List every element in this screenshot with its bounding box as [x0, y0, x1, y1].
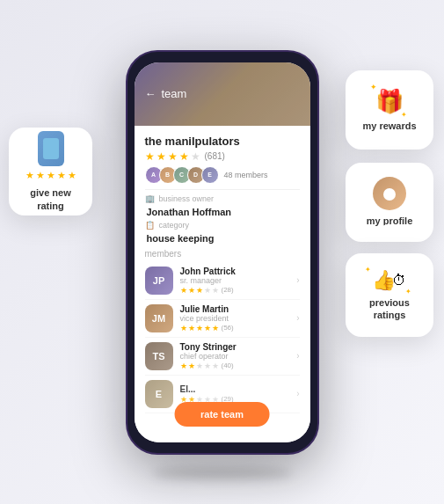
phone-screen: ← team the manilpulators ★ ★ ★ ★ ★ (681)…	[135, 62, 310, 442]
member-avatar-4: E	[145, 380, 173, 408]
category-icon: 📋	[145, 221, 155, 230]
member-name-4: El...	[180, 384, 297, 394]
chevron-icon-2: ›	[296, 313, 299, 323]
ms-1-3: ★	[196, 286, 203, 295]
gift-icon: 🎁	[375, 88, 404, 115]
ms-2-3: ★	[196, 324, 203, 332]
category-label: category	[159, 221, 190, 230]
previous-ratings-card[interactable]: ✦ 👍 ⏱ ✦ previousratings	[346, 253, 433, 337]
members-avatars-row: A B C D E 48 members	[145, 166, 300, 184]
ms-3-4: ★	[204, 362, 211, 370]
card-star-3: ★	[47, 170, 55, 181]
ms-2-5: ★	[212, 324, 219, 332]
member-role-1: sr. manager	[180, 276, 297, 285]
star-4: ★	[179, 150, 189, 163]
member-avatar-1: JP	[145, 267, 173, 295]
member-rating-3: (40)	[222, 362, 234, 369]
phone-shadow	[152, 467, 293, 479]
member-row[interactable]: JM Julie Martin vice president ★ ★ ★ ★ ★…	[145, 300, 300, 338]
member-role-3: chief operator	[180, 352, 297, 361]
rewards-icon: ✦ 🎁 ✦	[375, 88, 404, 115]
screen-title: team	[162, 87, 187, 100]
sparkle-tl: ✦	[370, 83, 377, 91]
ms-1-1: ★	[180, 286, 187, 295]
member-name-1: John Pattrick	[180, 267, 297, 276]
ms-2-4: ★	[204, 324, 211, 332]
avatar-stack: A B C D E	[145, 166, 215, 184]
chevron-icon-1: ›	[296, 275, 299, 285]
sparkle-br: ✦	[401, 111, 407, 119]
card-star-4: ★	[57, 170, 66, 181]
my-rewards-card[interactable]: ✦ 🎁 ✦ my rewards	[346, 70, 433, 150]
card-star-2: ★	[36, 170, 45, 181]
member-name-3: Tony Stringer	[180, 342, 297, 352]
card-rating-stars: ★ ★ ★ ★ ★	[25, 170, 76, 181]
sparkle-icon-1: ✦	[365, 266, 371, 274]
star-3: ★	[168, 150, 178, 163]
rate-team-button[interactable]: rate team	[174, 402, 270, 427]
member-name-2: Julie Martin	[180, 304, 297, 314]
ms-2-1: ★	[180, 324, 187, 332]
ms-1-2: ★	[188, 286, 195, 295]
screen-header: ← team	[135, 62, 310, 126]
chevron-icon-4: ›	[296, 389, 299, 398]
previous-ratings-label: previousratings	[369, 296, 410, 322]
team-name: the manilpulators	[145, 135, 300, 148]
members-section-title: members	[145, 249, 300, 259]
member-row[interactable]: TS Tony Stringer chief operator ★ ★ ★ ★ …	[145, 338, 300, 376]
avatar-5: E	[201, 166, 219, 184]
member-avatar-2: JM	[145, 304, 173, 332]
ms-3-5: ★	[212, 362, 219, 370]
member-info-4: El... ★ ★ ★ ★ ★ (29)	[180, 384, 297, 404]
business-label: business owner	[159, 194, 215, 203]
member-role-2: vice president	[180, 314, 297, 323]
member-row[interactable]: JP John Pattrick sr. manager ★ ★ ★ ★ ★ (…	[145, 262, 300, 300]
member-stars-2: ★ ★ ★ ★ ★ (56)	[180, 324, 297, 332]
ms-2-2: ★	[188, 324, 195, 332]
clock-icon: ⏱	[392, 273, 406, 289]
business-icon: 🏢	[145, 194, 155, 203]
profile-avatar-icon	[373, 177, 406, 210]
member-stars-3: ★ ★ ★ ★ ★ (40)	[180, 362, 297, 370]
category-value: house keeping	[147, 233, 300, 244]
business-owner-value: Jonathan Hoffman	[147, 207, 300, 217]
ms-1-4: ★	[204, 286, 211, 295]
member-rating-2: (56)	[222, 324, 234, 332]
ms-3-2: ★	[188, 362, 195, 370]
member-avatar-3: TS	[145, 342, 173, 370]
sparkle-icon-2: ✦	[405, 288, 411, 296]
star-5: ★	[191, 150, 200, 163]
category-row: 📋 category	[145, 221, 300, 230]
team-rating-count: (681)	[205, 151, 225, 161]
give-new-rating-card[interactable]: ★ ★ ★ ★ ★ give newrating	[9, 128, 92, 215]
member-rating-1: (28)	[222, 286, 234, 294]
rate-button-container: rate team	[174, 402, 270, 427]
star-2: ★	[156, 150, 166, 163]
divider-1	[145, 189, 300, 190]
my-rewards-label: my rewards	[362, 120, 416, 132]
business-owner-row: 🏢 business owner	[145, 194, 300, 203]
member-stars-1: ★ ★ ★ ★ ★ (28)	[180, 286, 297, 295]
back-button[interactable]: ←	[145, 87, 156, 100]
members-count: 48 members	[224, 171, 268, 179]
previous-ratings-icon: ✦ 👍 ⏱ ✦	[372, 269, 406, 292]
star-1: ★	[145, 150, 155, 163]
card-star-1: ★	[25, 170, 34, 181]
team-rating-row: ★ ★ ★ ★ ★ (681)	[145, 150, 300, 163]
ms-3-1: ★	[180, 362, 187, 370]
member-info-3: Tony Stringer chief operator ★ ★ ★ ★ ★ (…	[180, 342, 297, 370]
member-info-2: Julie Martin vice president ★ ★ ★ ★ ★ (5…	[180, 304, 297, 332]
give-new-rating-label: give newrating	[30, 186, 70, 212]
screen-content: the manilpulators ★ ★ ★ ★ ★ (681) A B C …	[135, 126, 310, 442]
member-info-1: John Pattrick sr. manager ★ ★ ★ ★ ★ (28)	[180, 267, 297, 295]
chevron-icon-3: ›	[296, 351, 299, 361]
phone-frame: ← team the manilpulators ★ ★ ★ ★ ★ (681)…	[126, 50, 319, 455]
card-star-5: ★	[68, 170, 76, 181]
ms-1-5: ★	[212, 286, 219, 295]
my-profile-card[interactable]: my profile	[346, 163, 433, 242]
back-arrow-icon: ←	[145, 87, 156, 100]
phone-illustration-icon	[38, 131, 64, 166]
members-list: JP John Pattrick sr. manager ★ ★ ★ ★ ★ (…	[145, 262, 300, 413]
ms-3-3: ★	[196, 362, 203, 370]
